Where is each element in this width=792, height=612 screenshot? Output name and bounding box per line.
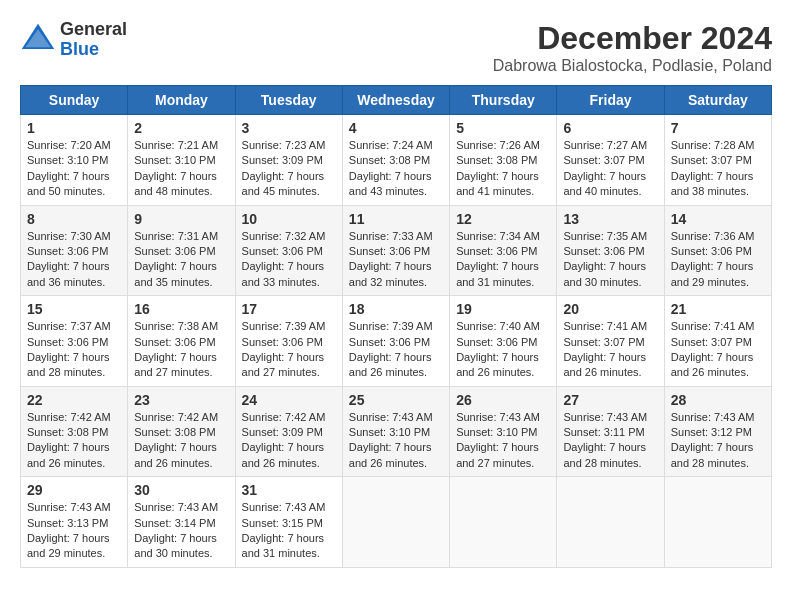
calendar-cell: 1Sunrise: 7:20 AMSunset: 3:10 PMDaylight… (21, 115, 128, 206)
day-number: 31 (242, 482, 336, 498)
day-number: 13 (563, 211, 657, 227)
day-detail: Sunrise: 7:43 AMSunset: 3:15 PMDaylight:… (242, 500, 336, 562)
day-number: 12 (456, 211, 550, 227)
calendar-cell (342, 477, 449, 568)
day-detail: Sunrise: 7:31 AMSunset: 3:06 PMDaylight:… (134, 229, 228, 291)
calendar-cell: 13Sunrise: 7:35 AMSunset: 3:06 PMDayligh… (557, 205, 664, 296)
day-detail: Sunrise: 7:24 AMSunset: 3:08 PMDaylight:… (349, 138, 443, 200)
day-number: 14 (671, 211, 765, 227)
day-detail: Sunrise: 7:39 AMSunset: 3:06 PMDaylight:… (242, 319, 336, 381)
day-number: 5 (456, 120, 550, 136)
day-detail: Sunrise: 7:35 AMSunset: 3:06 PMDaylight:… (563, 229, 657, 291)
calendar-cell: 29Sunrise: 7:43 AMSunset: 3:13 PMDayligh… (21, 477, 128, 568)
day-detail: Sunrise: 7:38 AMSunset: 3:06 PMDaylight:… (134, 319, 228, 381)
day-number: 19 (456, 301, 550, 317)
day-detail: Sunrise: 7:26 AMSunset: 3:08 PMDaylight:… (456, 138, 550, 200)
calendar-cell: 24Sunrise: 7:42 AMSunset: 3:09 PMDayligh… (235, 386, 342, 477)
logo-general: General (60, 20, 127, 40)
calendar-cell: 2Sunrise: 7:21 AMSunset: 3:10 PMDaylight… (128, 115, 235, 206)
calendar-cell: 7Sunrise: 7:28 AMSunset: 3:07 PMDaylight… (664, 115, 771, 206)
logo: General Blue (20, 20, 127, 60)
calendar-cell: 27Sunrise: 7:43 AMSunset: 3:11 PMDayligh… (557, 386, 664, 477)
day-detail: Sunrise: 7:36 AMSunset: 3:06 PMDaylight:… (671, 229, 765, 291)
day-number: 28 (671, 392, 765, 408)
day-detail: Sunrise: 7:32 AMSunset: 3:06 PMDaylight:… (242, 229, 336, 291)
day-number: 2 (134, 120, 228, 136)
calendar-row-5: 29Sunrise: 7:43 AMSunset: 3:13 PMDayligh… (21, 477, 772, 568)
calendar-row-2: 8Sunrise: 7:30 AMSunset: 3:06 PMDaylight… (21, 205, 772, 296)
day-number: 10 (242, 211, 336, 227)
day-number: 7 (671, 120, 765, 136)
calendar-cell: 30Sunrise: 7:43 AMSunset: 3:14 PMDayligh… (128, 477, 235, 568)
calendar-cell: 21Sunrise: 7:41 AMSunset: 3:07 PMDayligh… (664, 296, 771, 387)
day-number: 15 (27, 301, 121, 317)
day-number: 17 (242, 301, 336, 317)
calendar-cell: 20Sunrise: 7:41 AMSunset: 3:07 PMDayligh… (557, 296, 664, 387)
day-detail: Sunrise: 7:43 AMSunset: 3:12 PMDaylight:… (671, 410, 765, 472)
day-detail: Sunrise: 7:43 AMSunset: 3:13 PMDaylight:… (27, 500, 121, 562)
calendar-cell: 22Sunrise: 7:42 AMSunset: 3:08 PMDayligh… (21, 386, 128, 477)
calendar-cell: 14Sunrise: 7:36 AMSunset: 3:06 PMDayligh… (664, 205, 771, 296)
day-detail: Sunrise: 7:43 AMSunset: 3:10 PMDaylight:… (349, 410, 443, 472)
calendar-cell: 15Sunrise: 7:37 AMSunset: 3:06 PMDayligh… (21, 296, 128, 387)
col-header-monday: Monday (128, 86, 235, 115)
day-detail: Sunrise: 7:41 AMSunset: 3:07 PMDaylight:… (671, 319, 765, 381)
calendar-cell: 12Sunrise: 7:34 AMSunset: 3:06 PMDayligh… (450, 205, 557, 296)
calendar-cell: 25Sunrise: 7:43 AMSunset: 3:10 PMDayligh… (342, 386, 449, 477)
day-number: 25 (349, 392, 443, 408)
calendar-table: SundayMondayTuesdayWednesdayThursdayFrid… (20, 85, 772, 568)
day-number: 18 (349, 301, 443, 317)
day-number: 30 (134, 482, 228, 498)
day-number: 11 (349, 211, 443, 227)
day-detail: Sunrise: 7:39 AMSunset: 3:06 PMDaylight:… (349, 319, 443, 381)
title-block: December 2024 Dabrowa Bialostocka, Podla… (493, 20, 772, 75)
col-header-saturday: Saturday (664, 86, 771, 115)
day-detail: Sunrise: 7:37 AMSunset: 3:06 PMDaylight:… (27, 319, 121, 381)
day-detail: Sunrise: 7:28 AMSunset: 3:07 PMDaylight:… (671, 138, 765, 200)
day-detail: Sunrise: 7:23 AMSunset: 3:09 PMDaylight:… (242, 138, 336, 200)
day-detail: Sunrise: 7:43 AMSunset: 3:10 PMDaylight:… (456, 410, 550, 472)
col-header-wednesday: Wednesday (342, 86, 449, 115)
calendar-row-4: 22Sunrise: 7:42 AMSunset: 3:08 PMDayligh… (21, 386, 772, 477)
col-header-sunday: Sunday (21, 86, 128, 115)
day-number: 8 (27, 211, 121, 227)
calendar-cell: 8Sunrise: 7:30 AMSunset: 3:06 PMDaylight… (21, 205, 128, 296)
day-number: 1 (27, 120, 121, 136)
calendar-cell (664, 477, 771, 568)
day-detail: Sunrise: 7:43 AMSunset: 3:14 PMDaylight:… (134, 500, 228, 562)
col-header-thursday: Thursday (450, 86, 557, 115)
page-header: General Blue December 2024 Dabrowa Bialo… (20, 20, 772, 75)
calendar-title: December 2024 (493, 20, 772, 57)
calendar-cell: 19Sunrise: 7:40 AMSunset: 3:06 PMDayligh… (450, 296, 557, 387)
logo-blue: Blue (60, 40, 127, 60)
day-detail: Sunrise: 7:43 AMSunset: 3:11 PMDaylight:… (563, 410, 657, 472)
day-detail: Sunrise: 7:20 AMSunset: 3:10 PMDaylight:… (27, 138, 121, 200)
day-number: 29 (27, 482, 121, 498)
calendar-cell: 3Sunrise: 7:23 AMSunset: 3:09 PMDaylight… (235, 115, 342, 206)
day-detail: Sunrise: 7:42 AMSunset: 3:08 PMDaylight:… (27, 410, 121, 472)
day-number: 21 (671, 301, 765, 317)
day-detail: Sunrise: 7:30 AMSunset: 3:06 PMDaylight:… (27, 229, 121, 291)
calendar-row-3: 15Sunrise: 7:37 AMSunset: 3:06 PMDayligh… (21, 296, 772, 387)
calendar-cell: 9Sunrise: 7:31 AMSunset: 3:06 PMDaylight… (128, 205, 235, 296)
day-detail: Sunrise: 7:27 AMSunset: 3:07 PMDaylight:… (563, 138, 657, 200)
day-detail: Sunrise: 7:33 AMSunset: 3:06 PMDaylight:… (349, 229, 443, 291)
calendar-cell: 16Sunrise: 7:38 AMSunset: 3:06 PMDayligh… (128, 296, 235, 387)
day-detail: Sunrise: 7:42 AMSunset: 3:08 PMDaylight:… (134, 410, 228, 472)
day-number: 3 (242, 120, 336, 136)
calendar-cell (450, 477, 557, 568)
day-detail: Sunrise: 7:21 AMSunset: 3:10 PMDaylight:… (134, 138, 228, 200)
day-detail: Sunrise: 7:41 AMSunset: 3:07 PMDaylight:… (563, 319, 657, 381)
day-detail: Sunrise: 7:42 AMSunset: 3:09 PMDaylight:… (242, 410, 336, 472)
calendar-cell: 11Sunrise: 7:33 AMSunset: 3:06 PMDayligh… (342, 205, 449, 296)
header-row: SundayMondayTuesdayWednesdayThursdayFrid… (21, 86, 772, 115)
calendar-cell (557, 477, 664, 568)
day-number: 4 (349, 120, 443, 136)
calendar-cell: 18Sunrise: 7:39 AMSunset: 3:06 PMDayligh… (342, 296, 449, 387)
calendar-cell: 28Sunrise: 7:43 AMSunset: 3:12 PMDayligh… (664, 386, 771, 477)
day-number: 24 (242, 392, 336, 408)
day-number: 22 (27, 392, 121, 408)
day-number: 23 (134, 392, 228, 408)
calendar-cell: 6Sunrise: 7:27 AMSunset: 3:07 PMDaylight… (557, 115, 664, 206)
calendar-subtitle: Dabrowa Bialostocka, Podlasie, Poland (493, 57, 772, 75)
